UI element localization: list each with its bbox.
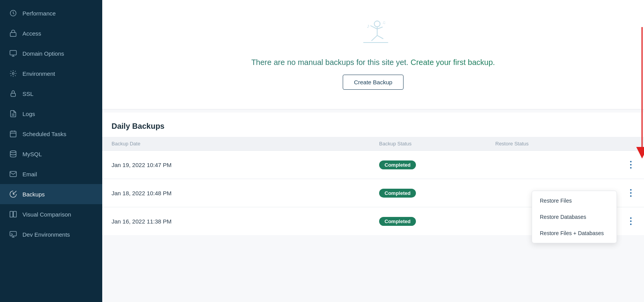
sidebar-item-performance[interactable]: Performance xyxy=(0,3,102,23)
svg-rect-12 xyxy=(10,212,13,217)
row-actions-button-3[interactable] xyxy=(627,214,635,228)
row-actions-button-1[interactable] xyxy=(627,158,635,172)
backup-date-3: Jan 16, 2022 11:38 PM xyxy=(112,218,379,225)
actions-dropdown-menu: Restore Files Restore Databases Restore … xyxy=(532,191,617,243)
sidebar-label-mysql: MySQL xyxy=(22,151,42,157)
svg-rect-14 xyxy=(10,232,17,236)
backup-date-1: Jan 19, 2022 10:47 PM xyxy=(112,162,379,168)
svg-rect-7 xyxy=(10,131,16,137)
col-backup-status: Backup Status xyxy=(379,141,495,147)
sidebar-item-backups[interactable]: Backups xyxy=(0,184,102,204)
table-row: Jan 19, 2022 10:47 PM Completed xyxy=(102,150,644,179)
visual-comparison-icon xyxy=(9,210,17,218)
dot xyxy=(630,220,632,222)
sidebar-label-environment: Environment xyxy=(22,70,55,77)
sidebar-label-scheduled-tasks: Scheduled Tasks xyxy=(22,131,66,137)
dot xyxy=(630,189,632,191)
sidebar: Performance Access Domain Options Enviro… xyxy=(0,0,102,302)
restore-files-option[interactable]: Restore Files xyxy=(532,193,617,209)
svg-line-20 xyxy=(377,27,382,29)
sidebar-label-email: Email xyxy=(22,171,37,177)
backup-date-2: Jan 18, 2022 10:48 PM xyxy=(112,190,379,196)
sidebar-label-logs: Logs xyxy=(22,111,35,117)
dot xyxy=(630,161,632,162)
daily-backup-section: Daily Backups Backup Date Backup Status … xyxy=(102,113,644,235)
svg-line-21 xyxy=(371,36,377,41)
main-content: ♪ ♫ There are no manual backups for this… xyxy=(102,0,644,302)
dot xyxy=(630,192,632,194)
svg-point-11 xyxy=(10,151,16,153)
backups-icon xyxy=(9,190,17,198)
sidebar-item-logs[interactable]: Logs xyxy=(0,104,102,124)
dot xyxy=(630,164,632,166)
restore-databases-option[interactable]: Restore Databases xyxy=(532,209,617,225)
ssl-icon xyxy=(9,90,17,97)
backup-status-badge-3: Completed xyxy=(379,217,416,226)
sidebar-item-environment[interactable]: Environment xyxy=(0,63,102,84)
col-actions xyxy=(611,141,635,147)
sidebar-label-dev-environments: Dev Environments xyxy=(22,231,70,238)
backup-status-badge-2: Completed xyxy=(379,189,416,198)
dev-environments-icon xyxy=(9,230,17,238)
email-icon xyxy=(9,170,17,178)
domain-icon xyxy=(9,49,17,57)
svg-rect-1 xyxy=(10,32,16,36)
sidebar-item-visual-comparison[interactable]: Visual Comparison xyxy=(0,204,102,224)
svg-text:♪: ♪ xyxy=(367,23,370,29)
no-backup-text: There are no manual backups for this sit… xyxy=(251,58,495,67)
svg-point-17 xyxy=(374,21,380,27)
sidebar-label-domain-options: Domain Options xyxy=(22,50,64,57)
table-row: Jan 18, 2022 10:48 PM Completed Restore … xyxy=(102,179,644,207)
svg-rect-13 xyxy=(14,212,17,217)
svg-rect-2 xyxy=(10,51,17,55)
row-actions-button-2[interactable] xyxy=(627,186,635,200)
backup-status-badge-1: Completed xyxy=(379,160,416,169)
sidebar-item-ssl[interactable]: SSL xyxy=(0,84,102,104)
create-backup-button[interactable]: Create Backup xyxy=(343,75,404,90)
sidebar-item-dev-environments[interactable]: Dev Environments xyxy=(0,224,102,244)
dot xyxy=(630,167,632,169)
sidebar-label-visual-comparison: Visual Comparison xyxy=(22,211,71,218)
col-restore-status: Restore Status xyxy=(495,141,611,147)
performance-icon xyxy=(9,9,17,17)
daily-backups-title: Daily Backups xyxy=(102,113,644,137)
col-backup-date: Backup Date xyxy=(112,141,379,147)
logs-icon xyxy=(9,110,17,118)
access-icon xyxy=(9,29,17,37)
dot xyxy=(630,195,632,197)
mysql-icon xyxy=(9,150,17,158)
manual-backup-section: ♪ ♫ There are no manual backups for this… xyxy=(102,0,644,109)
sidebar-label-ssl: SSL xyxy=(22,90,33,97)
sidebar-label-backups: Backups xyxy=(22,191,45,198)
svg-line-22 xyxy=(377,36,383,39)
sidebar-item-domain-options[interactable]: Domain Options xyxy=(0,43,102,63)
sidebar-item-email[interactable]: Email xyxy=(0,164,102,184)
dot xyxy=(630,224,632,225)
sidebar-label-access: Access xyxy=(22,30,41,37)
empty-state-illustration: ♪ ♫ xyxy=(354,15,393,50)
dot xyxy=(630,217,632,219)
sidebar-item-scheduled-tasks[interactable]: Scheduled Tasks xyxy=(0,124,102,144)
cta-text: Create your first backup. xyxy=(410,58,495,67)
svg-point-3 xyxy=(12,73,14,75)
sidebar-item-access[interactable]: Access xyxy=(0,23,102,43)
scheduled-tasks-icon xyxy=(9,130,17,138)
restore-files-databases-option[interactable]: Restore Files + Databases xyxy=(532,225,617,241)
table-header: Backup Date Backup Status Restore Status xyxy=(102,137,644,150)
sidebar-item-mysql[interactable]: MySQL xyxy=(0,144,102,164)
svg-text:♫: ♫ xyxy=(382,20,386,25)
sidebar-label-performance: Performance xyxy=(22,10,56,17)
environment-icon xyxy=(9,70,17,77)
svg-rect-4 xyxy=(11,93,15,96)
